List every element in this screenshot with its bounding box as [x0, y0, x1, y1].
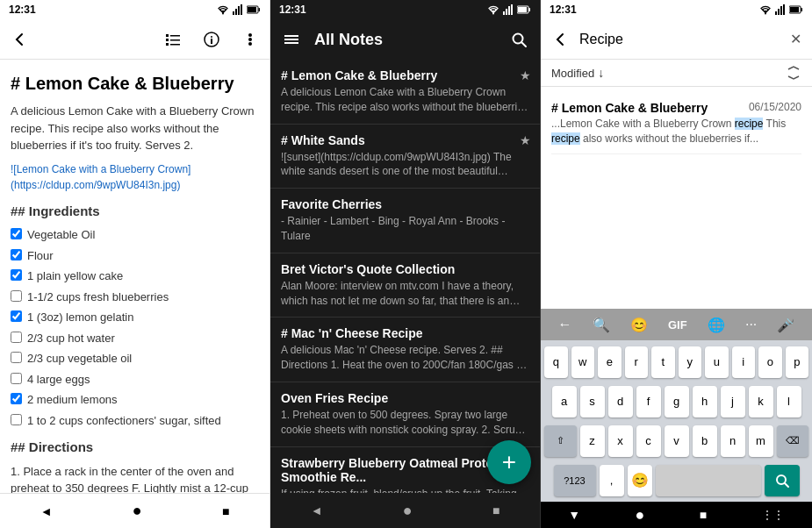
kb-a[interactable]: a — [552, 386, 577, 417]
kb-j[interactable]: j — [721, 386, 745, 417]
sort-label[interactable]: Modified ↓ — [551, 66, 604, 80]
extra-nav-p3[interactable]: ⋮⋮ — [758, 505, 788, 524]
kb-s[interactable]: s — [580, 386, 605, 417]
kb-t[interactable]: t — [651, 346, 675, 378]
kb-backspace[interactable]: ⌫ — [777, 425, 809, 457]
kb-row-1: q w e r t y u i o p — [544, 346, 808, 378]
kb-translate-btn[interactable]: 🌐 — [702, 315, 730, 335]
kb-space[interactable] — [656, 465, 761, 496]
search-results[interactable]: # Lemon Cake & Blueberry06/15/2020...Lem… — [541, 87, 812, 309]
p2-title: All Notes — [314, 31, 507, 49]
kb-num-sym[interactable]: ?123 — [554, 465, 596, 496]
ingredient-checkbox[interactable] — [11, 249, 22, 260]
ingredient-checkbox[interactable] — [11, 373, 22, 384]
ingredients-header: ## Ingredients — [11, 202, 259, 222]
svg-rect-26 — [518, 7, 527, 12]
kb-search-submit[interactable] — [765, 465, 800, 496]
kb-l[interactable]: l — [777, 386, 801, 417]
kb-z[interactable]: z — [580, 425, 605, 457]
kb-p[interactable]: p — [786, 346, 809, 378]
list-item[interactable]: Oven Fries Recipe1. Preheat oven to 500 … — [270, 382, 540, 447]
back-nav-p2[interactable]: ◄ — [307, 500, 327, 521]
home-nav-p1[interactable]: ● — [129, 498, 146, 524]
kb-emoji-key[interactable]: 😊 — [628, 465, 652, 496]
kb-shift[interactable]: ⇧ — [544, 425, 577, 457]
ingredient-item: 2/3 cup hot water — [11, 330, 259, 347]
kb-v[interactable]: v — [665, 425, 689, 457]
note-content[interactable]: # Lemon Cake & Blueberry A delicious Lem… — [0, 60, 269, 493]
kb-search-btn[interactable]: 🔍 — [587, 315, 615, 335]
battery-icon — [247, 5, 261, 14]
search-result-item[interactable]: # Lemon Cake & Blueberry06/15/2020...Lem… — [551, 94, 801, 154]
kb-i[interactable]: i — [732, 346, 756, 378]
kb-back-btn[interactable]: ← — [553, 315, 578, 334]
kb-o[interactable]: o — [758, 346, 782, 378]
kb-r[interactable]: r — [625, 346, 649, 378]
kb-emoji-btn[interactable]: 😊 — [625, 315, 653, 335]
kb-d[interactable]: d — [608, 386, 633, 417]
kb-w[interactable]: w — [571, 346, 595, 378]
ingredient-item: Flour — [11, 247, 259, 265]
menu-button[interactable] — [279, 27, 304, 52]
clear-search-button[interactable]: ✕ — [787, 27, 805, 51]
kb-e[interactable]: e — [598, 346, 622, 378]
kb-u[interactable]: u — [705, 346, 729, 378]
kb-f[interactable]: f — [636, 386, 661, 417]
create-note-fab[interactable]: + — [487, 440, 531, 484]
ingredient-label: 2/3 cup vegetable oil — [27, 350, 132, 367]
recent-nav-p1[interactable]: ■ — [219, 501, 233, 522]
search-button-p2[interactable] — [507, 27, 531, 52]
kb-k[interactable]: k — [749, 386, 773, 417]
ingredient-checkbox[interactable] — [11, 310, 22, 322]
ingredient-checkbox[interactable] — [11, 228, 22, 239]
kb-x[interactable]: x — [608, 425, 633, 457]
list-format-button[interactable] — [161, 27, 185, 52]
kb-y[interactable]: y — [679, 346, 702, 378]
kb-m[interactable]: m — [749, 425, 773, 457]
kb-gif-btn[interactable]: GIF — [663, 317, 693, 333]
list-item-preview: 1. Preheat oven to 500 degrees. Spray tw… — [281, 408, 529, 438]
kb-h[interactable]: h — [693, 386, 717, 417]
list-item-preview: A delicious Lemon Cake with a Blueberry … — [281, 85, 529, 115]
list-item[interactable]: Favorite Cherries- Rainier - Lambert - B… — [270, 189, 540, 253]
ingredient-checkbox[interactable] — [11, 352, 22, 363]
svg-rect-30 — [284, 42, 298, 44]
kb-c[interactable]: c — [636, 425, 661, 457]
list-item[interactable]: # White Sands![sunset](https://cldup.com… — [270, 125, 540, 189]
list-item-preview: A delicious Mac 'n' Cheese recipe. Serve… — [281, 343, 529, 373]
kb-g[interactable]: g — [665, 386, 689, 417]
ingredient-checkbox[interactable] — [11, 269, 22, 281]
info-button[interactable] — [199, 27, 224, 52]
ingredient-checkbox[interactable] — [11, 290, 22, 302]
back-nav-p3[interactable]: ▼ — [564, 504, 584, 525]
back-nav-p1[interactable]: ◄ — [37, 501, 56, 522]
ingredient-item: 4 large eggs — [11, 371, 259, 389]
ingredient-checkbox[interactable] — [11, 414, 22, 425]
notes-list-panel: 12:31 — [270, 0, 541, 528]
search-icon-p2 — [510, 31, 528, 48]
list-item[interactable]: Bret Victor's Quote CollectionAlan Moore… — [270, 253, 540, 318]
ingredient-label: 2/3 cup hot water — [27, 330, 115, 347]
ingredient-checkbox[interactable] — [11, 393, 22, 404]
home-nav-icon-p3: ● — [636, 506, 645, 524]
notes-list[interactable]: # Lemon Cake & BlueberryA delicious Lemo… — [270, 60, 540, 493]
home-nav-p2[interactable]: ● — [399, 498, 416, 524]
home-nav-p3[interactable]: ● — [632, 503, 649, 528]
recent-nav-p2[interactable]: ■ — [489, 500, 503, 521]
kb-n[interactable]: n — [721, 425, 745, 457]
kb-mic-btn[interactable]: 🎤 — [772, 315, 800, 335]
list-item[interactable]: # Lemon Cake & BlueberryA delicious Lemo… — [270, 60, 540, 125]
back-button[interactable] — [7, 27, 32, 52]
back-button-p3[interactable] — [548, 27, 572, 52]
recent-nav-p3[interactable]: ■ — [696, 504, 710, 525]
kb-b[interactable]: b — [693, 425, 717, 457]
nav-bar-p1: ◄ ● ■ — [0, 493, 269, 528]
more-button[interactable] — [238, 27, 262, 52]
kb-q[interactable]: q — [544, 346, 568, 378]
ingredient-checkbox[interactable] — [11, 332, 22, 343]
kb-more-btn[interactable]: ··· — [740, 315, 762, 334]
sort-direction-icon[interactable] — [786, 65, 801, 81]
list-item[interactable]: # Mac 'n' Cheese RecipeA delicious Mac '… — [270, 318, 540, 382]
kb-comma[interactable]: , — [600, 465, 624, 496]
search-input[interactable] — [579, 32, 780, 47]
